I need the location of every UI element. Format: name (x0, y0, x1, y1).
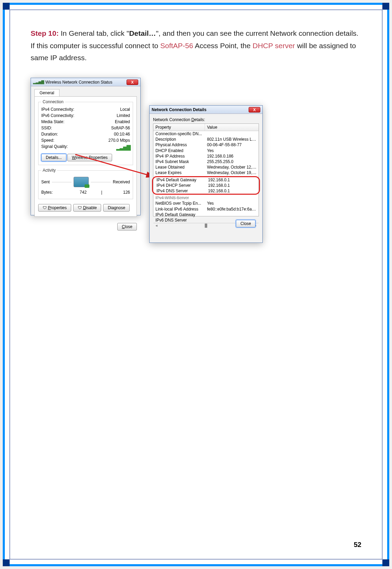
close-button[interactable]: Close (117, 223, 137, 230)
dhcp-text: DHCP server (253, 42, 295, 50)
details-title: Network Connection Details (152, 107, 206, 112)
bytes-label: Bytes: (41, 189, 53, 195)
close-icon[interactable]: X (127, 79, 138, 85)
row-ssid: SSID:SoftAP-56 (41, 125, 130, 131)
signal-bars-icon: ▂▃▅▇ (116, 143, 130, 152)
col-value: Value (205, 124, 219, 131)
step-paragraph: Step 10: In General tab, click "Detail…"… (31, 27, 361, 64)
status-titlebar: ▂▃▅▇ Wireless Network Connection Status … (31, 78, 140, 86)
row-duration: Duration:00:10:46 (41, 131, 130, 137)
details-close-button[interactable]: Close (236, 220, 255, 227)
bold-detail: Detail… (129, 29, 156, 37)
details-button[interactable]: Details... (41, 154, 66, 161)
properties-button[interactable]: 🛡 Properties (38, 204, 71, 212)
col-property: Property (153, 124, 205, 131)
row-ipv6conn: IPv6 Connectivity:Limited (41, 112, 130, 119)
row-ipv4conn: IPv4 Connectivity:Local (41, 106, 130, 112)
recv-value: 126 (123, 189, 130, 195)
details-titlebar: Network Connection Details X (150, 106, 262, 114)
legend-connection: Connection (41, 99, 65, 104)
status-window: ▂▃▅▇ Wireless Network Connection Status … (31, 78, 141, 215)
legend-activity: Activity (41, 168, 57, 173)
disable-button[interactable]: 🛡 Disable (73, 204, 101, 212)
page-number: 52 (354, 541, 361, 549)
details-grid: Property Value Connection-specific DN...… (153, 124, 259, 216)
softap-text: SoftAP-56 (160, 42, 193, 50)
details-window: Network Connection Details X Network Con… (149, 105, 263, 243)
sent-label: Sent (41, 180, 50, 184)
row-speed: Speed:270.0 Mbps (41, 137, 130, 143)
step-label: Step 10: (31, 29, 59, 37)
highlight-ring: IPv4 Default Gateway192.168.0.1 IPv4 DHC… (152, 176, 260, 195)
sent-value: 742 (80, 189, 87, 195)
signal-icon: ▂▃▅▇ (33, 80, 44, 84)
row-media: Media State:Enabled (41, 119, 130, 125)
details-label: Network Connection Details: (153, 117, 259, 122)
status-title: Wireless Network Connection Status (45, 80, 112, 85)
monitor-icon (74, 177, 89, 187)
wireless-properties-button[interactable]: WWireless Propertiesireless Properties (67, 154, 112, 161)
diagnose-button[interactable]: Diagnose (103, 204, 130, 212)
tab-general[interactable]: General (34, 89, 59, 96)
close-icon[interactable]: X (249, 107, 260, 112)
row-signal: Signal Quality:▂▃▅▇ (41, 143, 130, 152)
received-label: Received (113, 180, 130, 184)
